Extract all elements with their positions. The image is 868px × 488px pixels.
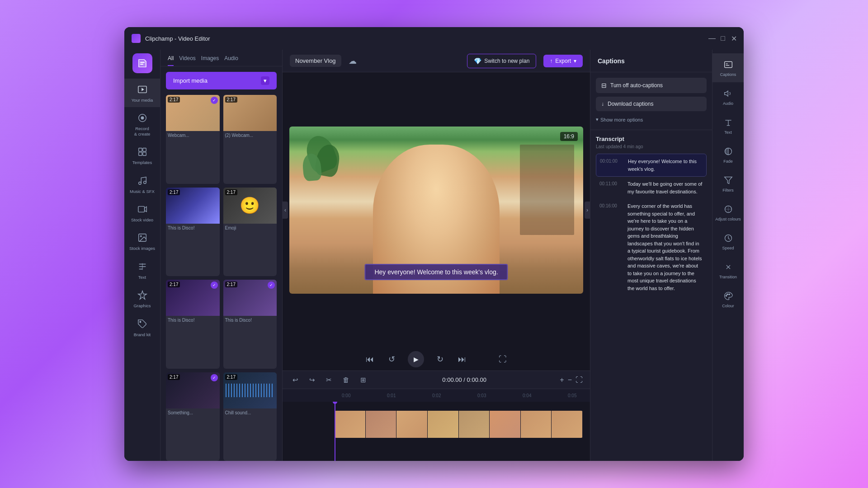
media-item-something[interactable]: 2:17 ✓ Something... — [166, 372, 220, 461]
right-item-colour-label: Colour — [722, 304, 734, 308]
sidebar-item-templates[interactable]: Templates — [124, 141, 160, 169]
player-timeline-container: ‹ — [283, 72, 590, 461]
media-item-disco3[interactable]: 2:17 ✓ This is Disco! — [223, 280, 277, 369]
timeline-tracks[interactable] — [283, 402, 590, 461]
sidebar-item-label-your-media: Your media — [132, 98, 153, 103]
sidebar-item-stock-video[interactable]: Stock video — [124, 198, 160, 227]
more-tools-button[interactable]: ⊞ — [358, 374, 369, 386]
expand-timeline-button[interactable]: ⛶ — [576, 376, 583, 384]
close-button[interactable]: ✕ — [731, 36, 736, 41]
rewind-5s-button[interactable]: ↺ — [387, 352, 397, 366]
transcript-item-3[interactable]: 00:16:00 Every corner of the world has s… — [596, 199, 707, 296]
timeline-playhead[interactable] — [335, 402, 335, 461]
right-item-transition-label: Transition — [719, 275, 737, 279]
zoom-controls: + − ⛶ — [560, 376, 583, 384]
media-item-disco2[interactable]: 2:17 ✓ This is Disco! — [166, 280, 220, 369]
download-captions-button[interactable]: ↓ Download captions — [596, 97, 707, 111]
sidebar-item-brand-kit[interactable]: Brand kit — [124, 313, 160, 342]
sidebar-item-label-stock-video: Stock video — [131, 217, 153, 222]
transcript-title: Transcript — [596, 136, 707, 142]
sidebar-item-label-brand: Brand kit — [134, 332, 151, 337]
undo-button[interactable]: ↩ — [290, 374, 301, 386]
media-item-webcam1[interactable]: 2:17 ✓ Webcam... — [166, 95, 220, 184]
right-item-speed[interactable]: Speed — [712, 227, 744, 256]
video-area: November Vlog ☁ 💎 Switch to new plan ↑ E… — [283, 50, 590, 461]
sidebar-item-label-music: Music & SFX — [130, 189, 155, 194]
transcript-item-2[interactable]: 00:11:00 Today we'll be going over some … — [596, 177, 707, 199]
switch-plan-button[interactable]: 💎 Switch to new plan — [467, 54, 536, 68]
caption-overlay: Hey everyone! Welcome to this week's vlo… — [364, 264, 508, 280]
delete-button[interactable]: 🗑 — [340, 374, 352, 385]
media-item-webcam2[interactable]: 2:17 (2) Webcam... — [223, 95, 277, 184]
play-pause-button[interactable]: ▶ — [408, 351, 424, 367]
tab-audio[interactable]: Audio — [224, 55, 238, 66]
media-item-disco1[interactable]: 2:17 This is Disco! — [166, 188, 220, 277]
media-item-emoji[interactable]: 🙂 2:17 Emoji — [223, 188, 277, 277]
video-track[interactable] — [335, 411, 583, 438]
import-media-button[interactable]: Import media ▾ — [166, 72, 277, 89]
aspect-ratio-badge: 16:9 — [560, 132, 578, 141]
right-item-adjust-colours[interactable]: Adjust colours — [712, 198, 744, 227]
maximize-button[interactable]: □ — [720, 36, 726, 41]
media-duration: 2:17 — [225, 97, 237, 103]
video-frame: Hey everyone! Welcome to this week's vlo… — [289, 127, 583, 294]
redo-button[interactable]: ↪ — [307, 374, 318, 386]
main-layout: Your media Record& create Templates Musi… — [124, 50, 744, 461]
collapse-panel-button[interactable]: ‹ — [283, 202, 288, 219]
media-item-chill[interactable]: 2:17 Chill sound... — [223, 372, 277, 461]
sidebar-item-your-media[interactable]: Your media — [124, 79, 160, 107]
transcript-item-1[interactable]: 00:01:00 Hey everyone! Welcome to this w… — [596, 154, 707, 177]
right-item-fade[interactable]: Fade — [712, 140, 744, 169]
tab-all[interactable]: All — [168, 55, 174, 66]
cloud-sync-icon[interactable]: ☁ — [349, 56, 357, 66]
minimize-button[interactable]: — — [709, 36, 715, 41]
fullscreen-button[interactable]: ⛶ — [497, 353, 509, 366]
svg-rect-8 — [138, 152, 142, 155]
sidebar-item-record-create[interactable]: Record& create — [124, 107, 160, 141]
svg-point-5 — [141, 117, 144, 120]
right-item-transition[interactable]: Transition — [712, 256, 744, 285]
export-button[interactable]: ↑ Export ▾ — [543, 55, 583, 67]
ruler-mark-3: 0:03 — [477, 393, 523, 398]
right-item-colour[interactable]: Colour — [712, 285, 744, 314]
transcript-list: 00:01:00 Hey everyone! Welcome to this w… — [596, 154, 707, 455]
right-item-filters[interactable]: Filters — [712, 169, 744, 198]
collapse-right-button[interactable]: › — [585, 202, 590, 219]
colour-right-icon — [722, 290, 734, 302]
sidebar-item-graphics[interactable]: Graphics — [124, 284, 160, 313]
right-item-audio[interactable]: Audio — [712, 82, 744, 111]
sidebar-item-text[interactable]: Text — [124, 256, 160, 284]
sidebar-item-label-text: Text — [138, 275, 146, 280]
sidebar-item-label-stock-images: Stock images — [129, 246, 155, 251]
svg-point-14 — [140, 236, 142, 237]
right-item-text[interactable]: Text — [712, 111, 744, 140]
media-check-icon: ✓ — [211, 282, 218, 289]
skip-back-button[interactable]: ⏮ — [364, 353, 376, 366]
timeline-ruler: 0:00 0:01 0:02 0:03 0:04 0:05 0:06 — [283, 389, 590, 402]
zoom-out-button[interactable]: − — [568, 376, 572, 384]
adjust-colours-right-icon — [722, 203, 734, 215]
show-more-options-button[interactable]: ▾ Show more options — [596, 115, 643, 124]
import-dropdown-icon[interactable]: ▾ — [261, 76, 269, 85]
tab-images[interactable]: Images — [201, 55, 219, 66]
tab-videos[interactable]: Videos — [179, 55, 195, 66]
video-player: ‹ — [283, 72, 590, 348]
ruler-mark-1: 0:01 — [387, 393, 432, 398]
right-item-captions[interactable]: Captions — [712, 53, 744, 82]
sidebar-item-stock-images[interactable]: Stock images — [124, 227, 160, 255]
text-icon — [136, 260, 149, 273]
skip-forward-button[interactable]: ⏭ — [456, 353, 468, 366]
chevron-down-icon: ▾ — [596, 117, 599, 122]
zoom-in-button[interactable]: + — [560, 376, 564, 384]
media-duration: 2:17 — [168, 282, 180, 287]
ruler-marks: 0:00 0:01 0:02 0:03 0:04 0:05 0:06 — [342, 393, 590, 398]
project-name-field[interactable]: November Vlog — [290, 55, 341, 67]
turn-off-captions-button[interactable]: ⊟ Turn off auto-captions — [596, 78, 707, 93]
media-check-icon: ✓ — [268, 282, 275, 289]
playhead-indicator — [333, 402, 337, 404]
forward-5s-button[interactable]: ↻ — [435, 352, 445, 366]
sidebar-item-music-sfx[interactable]: Music & SFX — [124, 170, 160, 198]
cut-button[interactable]: ✂ — [323, 374, 335, 386]
svg-point-22 — [726, 294, 728, 295]
captions-right-icon — [722, 59, 734, 70]
